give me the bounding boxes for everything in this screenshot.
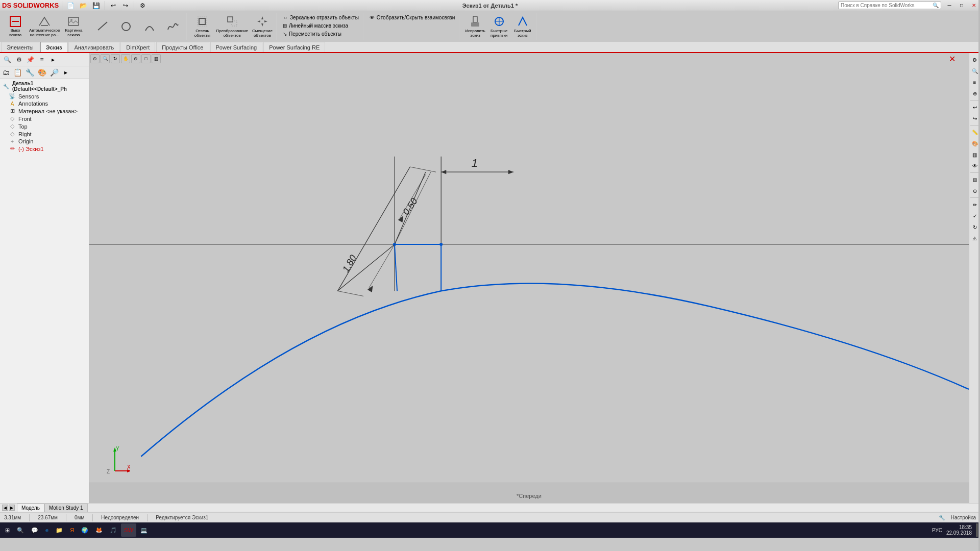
svg-line-5: [98, 22, 107, 30]
solidworks-taskbar-button[interactable]: SW: [121, 523, 136, 537]
exit-sketch-icon: [9, 15, 21, 28]
firefox-button[interactable]: 🦊: [92, 523, 106, 537]
taskbar-search-icon: 🔍: [17, 527, 24, 534]
exit-sketch-button[interactable]: Выкоэскиза: [4, 14, 27, 39]
yandex-button[interactable]: Я: [67, 523, 77, 537]
zoom-to-fit-icon[interactable]: ⊙: [90, 54, 100, 63]
app2-button[interactable]: 💻: [137, 523, 151, 537]
taskbar-clock: 18:35 22.09.2018: [946, 524, 972, 536]
tree-item-sketch1[interactable]: ✏ (-) Эскиз1: [0, 145, 89, 153]
move-button[interactable]: Смещениеобъектов: [251, 14, 274, 39]
explorer-button[interactable]: 📁: [53, 523, 66, 537]
tree-item-top[interactable]: ◇ Top: [0, 122, 89, 130]
sketch-picture-button[interactable]: Картинкаэскиза: [62, 14, 85, 39]
tab-analyze[interactable]: Анализировать: [68, 42, 119, 52]
tree-icon-annotations: A: [8, 101, 16, 107]
linear-pattern-button[interactable]: ⊞ Линейный массив эскиза: [282, 22, 349, 30]
fix-button[interactable]: Исправитьэскиз: [463, 14, 487, 39]
minimize-button[interactable]: ─: [945, 2, 953, 9]
svg-marker-11: [261, 16, 263, 19]
new-button[interactable]: 📄: [65, 1, 76, 11]
rotate-icon[interactable]: ↻: [111, 54, 120, 63]
show-hide-label: Отобразить/Скрыть взаимосвязи: [377, 15, 455, 20]
redo-button[interactable]: ↪: [120, 1, 131, 11]
search-taskbar-button[interactable]: 🔍: [14, 523, 27, 537]
settings-label: Настройка: [951, 515, 976, 520]
move-entities-button[interactable]: ↘ Переместить объекты: [282, 30, 342, 38]
tree-item-root[interactable]: 🔧 Деталь1 (Default<<Default>_Ph: [0, 80, 89, 92]
config-manager-icon[interactable]: 🔧: [24, 67, 36, 78]
mirror-button[interactable]: ↔ Зеркально отразить объекты: [282, 14, 360, 21]
undo-button[interactable]: ↩: [108, 1, 118, 11]
open-button[interactable]: 📂: [78, 1, 89, 11]
tree-item-sensors[interactable]: 📡 Sensors: [0, 92, 89, 100]
offset-entities-button[interactable]: Отсечьобъекты: [191, 14, 213, 39]
tree-label-sensors: Sensors: [18, 93, 87, 99]
maximize-button[interactable]: □: [958, 2, 966, 9]
start-button[interactable]: ⊞: [2, 523, 13, 537]
sidebar-more-icon[interactable]: ▸: [48, 55, 58, 65]
tab-power-surfacing[interactable]: Power Surfacing: [210, 42, 263, 52]
close-button[interactable]: ✕: [970, 2, 978, 9]
options-button[interactable]: ⚙: [137, 1, 148, 11]
quick-snap-button[interactable]: Быстрыепривязки: [488, 14, 510, 39]
bottom-tabs: ◀ ▶ Модель Motion Study 1: [0, 503, 980, 512]
sidebar-search-icon[interactable]: 🔍: [2, 55, 13, 65]
display-manager-icon[interactable]: 🎨: [36, 67, 48, 78]
property-manager-icon[interactable]: 📋: [12, 67, 23, 78]
tree-item-origin[interactable]: + Origin: [0, 138, 89, 145]
transform-button[interactable]: Преобразованиеобъектов: [214, 14, 249, 39]
tree-item-right[interactable]: ◇ Right: [0, 130, 89, 138]
save-button[interactable]: 💾: [91, 1, 102, 11]
tab-dimxpert[interactable]: DimXpert: [120, 42, 155, 52]
tree-item-material[interactable]: ⊞ Материал <не указан>: [0, 107, 89, 115]
arc-button[interactable]: [138, 14, 161, 39]
canvas-area[interactable]: ⊙ 🔍 ↻ ✋ ⊖ □ ▥ ✕: [89, 53, 969, 503]
tab-scroll-left[interactable]: ◀: [2, 505, 8, 511]
auto-dimension-button[interactable]: Автоматическоенанесение ра...: [28, 14, 61, 39]
rapid-sketch-button[interactable]: Быстрыйэскиз: [511, 14, 534, 39]
feature-manager-icon[interactable]: 🗂: [1, 67, 11, 78]
zoom-out-icon[interactable]: ⊖: [131, 54, 140, 63]
search-icon[interactable]: 🔎: [48, 67, 60, 78]
sidebar-settings-icon[interactable]: ⚙: [14, 55, 24, 65]
line-button[interactable]: [91, 14, 114, 39]
ie-icon: e: [45, 527, 48, 533]
rp-separator3: [970, 172, 979, 173]
tab-scroll-right[interactable]: ▶: [9, 505, 15, 511]
tree-item-front[interactable]: ◇ Front: [0, 115, 89, 122]
sidebar-pin-icon[interactable]: 📌: [25, 55, 36, 65]
sidebar-collapse-icon[interactable]: ≡: [37, 55, 47, 65]
ie-button[interactable]: e: [42, 523, 52, 537]
taskview-button[interactable]: 💬: [28, 523, 41, 537]
more-sidebar-icon[interactable]: ▸: [61, 67, 71, 78]
svg-marker-13: [257, 20, 260, 22]
close-sketch-button[interactable]: ✕: [949, 54, 955, 64]
spline-button[interactable]: [162, 14, 184, 39]
status-sep4: [147, 514, 148, 521]
start-icon: ⊞: [5, 527, 10, 534]
section-view-icon[interactable]: ▥: [152, 54, 161, 63]
chrome-button[interactable]: 🌍: [78, 523, 91, 537]
pan-icon[interactable]: ✋: [121, 54, 130, 63]
zoom-in-icon[interactable]: 🔍: [101, 54, 110, 63]
show-hide-button[interactable]: 👁 Отобразить/Скрыть взаимосвязи: [369, 14, 456, 21]
player-button[interactable]: 🎵: [107, 523, 120, 537]
show-desktop-button[interactable]: [976, 523, 978, 537]
app2-icon: 💻: [140, 527, 148, 534]
tab-sketch[interactable]: Эскиз: [40, 42, 68, 52]
tab-power-surfacing-re[interactable]: Power Surfacing RE: [263, 42, 325, 52]
arc-icon: [143, 20, 156, 33]
tab-model[interactable]: Модель: [17, 504, 44, 512]
tree-item-annotations[interactable]: A Annotations: [0, 100, 89, 107]
tab-office[interactable]: Продукты Office: [156, 42, 209, 52]
display-style-icon[interactable]: □: [141, 54, 151, 63]
tab-motion-study[interactable]: Motion Study 1: [44, 504, 88, 512]
tree-icon-front: ◇: [8, 115, 16, 122]
tab-elements[interactable]: Элементы: [1, 42, 39, 52]
sketch-canvas: 1 0.50 1.80: [89, 53, 969, 503]
circle-button[interactable]: [115, 14, 137, 39]
search-input[interactable]: [841, 3, 933, 8]
sidebar-toolbar: 🔍 ⚙ 📌 ≡ ▸: [0, 53, 89, 66]
search-box[interactable]: 🔍: [838, 2, 941, 9]
